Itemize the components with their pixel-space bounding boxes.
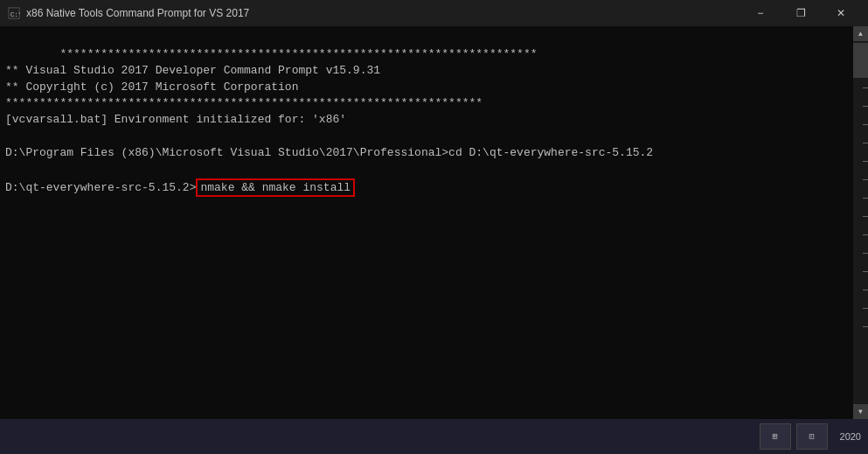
scroll-tick-9 [863,234,868,235]
console-content[interactable]: ****************************************… [0,26,853,419]
scroll-tick-13 [863,308,868,309]
scroll-track[interactable] [853,41,868,404]
scrollbar: ▲ [853,26,868,419]
scroll-up-button[interactable]: ▲ [853,26,868,41]
stars-line-2: ****************************************… [5,96,483,109]
window-title: x86 Native Tools Command Prompt for VS 2… [26,7,740,19]
console-area: ****************************************… [0,26,868,419]
command-text: nmake && nmake install [200,181,351,194]
scroll-tick-1 [863,87,868,88]
taskbar: ⊞ ⊡ 2020 [0,419,868,454]
taskbar-items: ⊞ ⊡ 2020 [760,423,861,450]
scroll-tick-14 [863,326,868,327]
scroll-tick-2 [863,106,868,107]
command-prompt-prefix: D:\qt-everywhere-src-5.15.2> [5,181,196,194]
scroll-down-button[interactable]: ▼ [853,404,868,419]
console-output: ****************************************… [5,30,848,213]
scroll-tick-8 [863,216,868,217]
scroll-thumb[interactable] [853,43,868,78]
cd-command-line: D:\Program Files (x86)\Microsoft Visual … [5,146,653,159]
command-input-box[interactable]: nmake && nmake install [196,178,355,198]
scroll-tick-11 [863,271,868,272]
taskbar-item-2[interactable]: ⊡ [796,423,828,450]
window-controls: − ❐ ✕ [740,0,861,26]
cmd-window: C:\ x86 Native Tools Command Prompt for … [0,0,868,454]
window-icon: C:\ [7,6,21,20]
close-button[interactable]: ✕ [821,0,861,26]
title-bar: C:\ x86 Native Tools Command Prompt for … [0,0,868,26]
stars-line-1: ****************************************… [59,47,537,60]
minimize-button[interactable]: − [740,0,781,26]
restore-button[interactable]: ❐ [781,0,821,26]
scroll-tick-5 [863,161,868,162]
scroll-tick-6 [863,179,868,180]
copyright-line: ** Copyright (c) 2017 Microsoft Corporat… [5,80,298,94]
scroll-tick-7 [863,198,868,199]
vs-version-line: ** Visual Studio 2017 Developer Command … [5,64,380,77]
scroll-tick-3 [863,124,868,125]
vcvars-line: [vcvarsall.bat] Environment initialized … [5,113,346,126]
taskbar-item-1[interactable]: ⊞ [760,423,791,450]
scroll-tick-10 [863,253,868,254]
svg-text:C:\: C:\ [10,10,20,18]
scroll-tick-12 [863,290,868,290]
scroll-tick-4 [863,143,868,143]
taskbar-time: 2020 [840,431,861,442]
